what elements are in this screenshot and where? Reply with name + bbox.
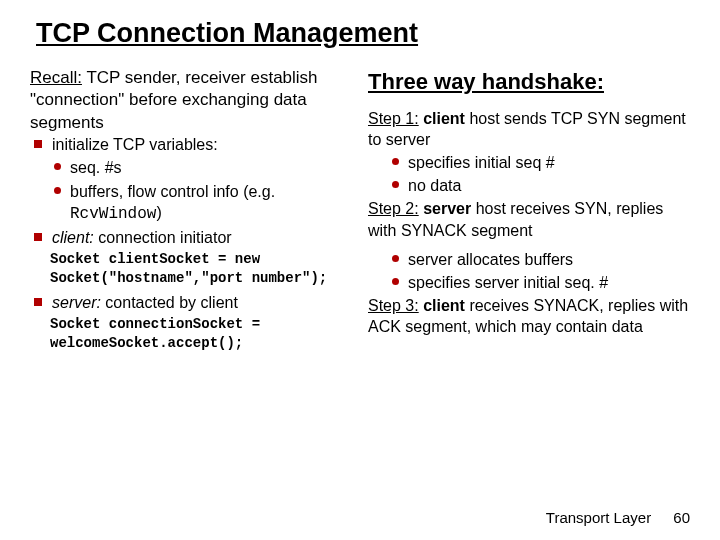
bullet-client: client: connection initiator <box>30 227 352 248</box>
step2-label: Step 2: <box>368 200 419 217</box>
recall-block: Recall: TCP sender, receiver establish "… <box>30 67 352 134</box>
content-columns: Recall: TCP sender, receiver establish "… <box>30 67 690 357</box>
code-server: Socket connectionSocket = welcomeSocket.… <box>50 315 352 353</box>
bullet-server: server: contacted by client <box>30 292 352 313</box>
step1-bold: client <box>419 110 465 127</box>
step2-bold: server <box>419 200 472 217</box>
recall-label: Recall: <box>30 68 82 87</box>
step2: Step 2: server host receives SYN, replie… <box>368 198 690 240</box>
bullet-client-label: client: <box>52 229 94 246</box>
footer-label: Transport Layer <box>546 509 651 526</box>
step3: Step 3: client receives SYNACK, replies … <box>368 295 690 337</box>
footer-page: 60 <box>673 509 690 526</box>
bullet-init-vars: initialize TCP variables: <box>30 134 352 155</box>
step3-label: Step 3: <box>368 297 419 314</box>
bullet-server-text: contacted by client <box>101 294 238 311</box>
footer: Transport Layer 60 <box>546 509 690 526</box>
step1-sub1: specifies initial seq # <box>368 152 690 173</box>
step2-sub2: specifies server initial seq. # <box>368 272 690 293</box>
left-column: Recall: TCP sender, receiver establish "… <box>30 67 352 357</box>
bullet-client-text: connection initiator <box>94 229 232 246</box>
sub-buffers: buffers, flow control info (e.g. RcvWind… <box>30 181 352 225</box>
handshake-heading: Three way handshake: <box>368 67 690 96</box>
bullet-server-label: server: <box>52 294 101 311</box>
step1-label: Step 1: <box>368 110 419 127</box>
right-column: Three way handshake: Step 1: client host… <box>368 67 690 357</box>
step3-bold: client <box>419 297 465 314</box>
sub-buffers-b: ) <box>156 204 161 221</box>
slide-title: TCP Connection Management <box>36 18 690 49</box>
sub-seq: seq. #s <box>30 157 352 178</box>
step2-sub1: server allocates buffers <box>368 249 690 270</box>
step1: Step 1: client host sends TCP SYN segmen… <box>368 108 690 150</box>
step1-sub2: no data <box>368 175 690 196</box>
code-client: Socket clientSocket = new Socket("hostna… <box>50 250 352 288</box>
sub-buffers-code: RcvWindow <box>70 205 156 223</box>
sub-buffers-a: buffers, flow control info (e.g. <box>70 183 275 200</box>
